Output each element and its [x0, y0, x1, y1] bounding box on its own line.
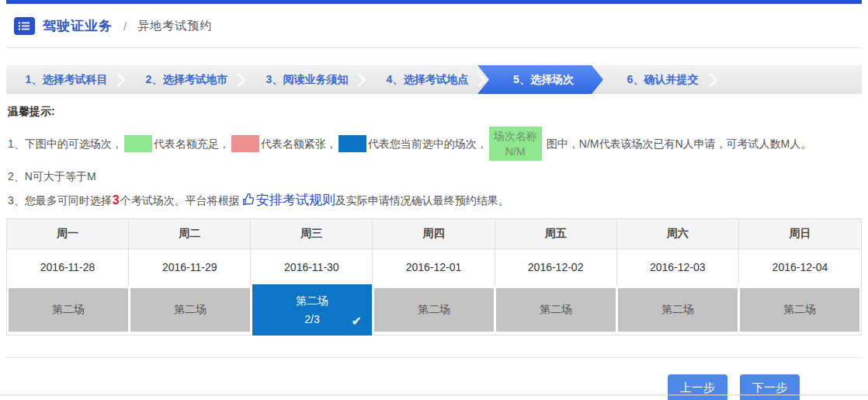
chevron-separator-icon [111, 72, 125, 86]
tab-step-2[interactable]: 2、选择考试地市 [127, 65, 247, 94]
date-cell: 2016-11-29 [129, 249, 251, 285]
session-legend-box: 场次名称 N/M [489, 127, 542, 161]
breadcrumb-section[interactable]: 驾驶证业务 [43, 17, 113, 35]
tab-step-3-label: 3、阅读业务须知 [266, 73, 349, 87]
thumb-up-icon [241, 193, 255, 207]
tip3-mid: 个考试场次。平台将根据 [120, 192, 240, 209]
chevron-separator-icon [352, 72, 366, 86]
tab-step-3[interactable]: 3、阅读业务须知 [247, 65, 367, 94]
footer-divider [6, 357, 862, 358]
tip1-blue-label: 代表您当前选中的场次， [368, 135, 488, 152]
red-swatch [231, 135, 259, 152]
prev-step-button[interactable]: 上一步 [668, 374, 727, 400]
weekday-header-row: 周一 周二 周三 周四 周五 周六 周日 [7, 219, 861, 249]
date-cell: 2016-12-02 [495, 249, 617, 285]
breadcrumb-separator: / [123, 19, 127, 33]
legend-box-quota: N/M [505, 144, 526, 159]
date-cell: 2016-12-04 [739, 249, 861, 285]
tip-line-3: 3、您最多可同时选择 3 个考试场次。平台将根据 安排考试规则 及实际申请情况确… [8, 192, 862, 209]
tip1-pre: 1、下图中的可选场次， [8, 135, 123, 152]
tabs-filler [719, 65, 862, 94]
tips-section: 温馨提示: 1、下图中的可选场次， 代表名额充足， 代表名额紧张， 代表您当前选… [8, 105, 862, 209]
weekday-header: 周四 [373, 219, 495, 249]
page-title: 异地考试预约 [137, 19, 212, 33]
footer-actions: 上一步 下一步 [0, 374, 868, 400]
tab-step-1-label: 1、选择考试科目 [26, 73, 108, 87]
legend-box-title: 场次名称 [494, 128, 537, 144]
session-name: 第二场 [296, 294, 328, 308]
tab-step-5-label: 5、选择场次 [513, 73, 574, 87]
tips-title: 温馨提示: [8, 105, 862, 119]
date-cell: 2016-11-30 [251, 249, 373, 285]
date-cell: 2016-11-28 [7, 249, 129, 285]
tip-line-1: 1、下图中的可选场次， 代表名额充足， 代表名额紧张， 代表您当前选中的场次， … [8, 127, 862, 161]
date-row: 2016-11-28 2016-11-29 2016-11-30 2016-12… [7, 249, 861, 285]
chevron-separator-icon [231, 72, 245, 86]
schedule-table: 周一 周二 周三 周四 周五 周六 周日 2016-11-28 2016-11-… [6, 218, 862, 336]
session-cell-thu[interactable]: 第二场 [374, 288, 494, 332]
tab-step-4-label: 4、选择考试地点 [387, 73, 469, 87]
weekday-header: 周一 [7, 219, 129, 249]
tip1-post: 图中，N/M代表该场次已有N人申请，可考试人数M人。 [547, 135, 811, 152]
tip1-red-label: 代表名额紧张， [261, 135, 337, 152]
max-select-count: 3 [112, 192, 120, 209]
date-cell: 2016-12-01 [373, 249, 495, 285]
weekday-header: 周二 [129, 219, 251, 249]
checkmark-icon: ✔ [352, 314, 362, 329]
session-cell-mon[interactable]: 第二场 [9, 288, 128, 332]
weekday-header: 周五 [495, 219, 617, 249]
session-cell-fri[interactable]: 第二场 [496, 288, 616, 332]
session-row: 第二场 第二场 第二场 2/3 ✔ 第二场 第二场 第二场 第二场 [7, 285, 861, 335]
chevron-separator-icon [703, 72, 717, 86]
weekday-header: 周六 [617, 219, 739, 249]
tip-line-2: 2、N可大于等于M [8, 168, 862, 185]
session-quota: 2/3 [304, 313, 319, 325]
breadcrumb: 驾驶证业务 / 异地考试预约 [6, 4, 862, 48]
weekday-header: 周三 [251, 219, 373, 249]
tab-step-5-active[interactable]: 5、选择场次 [477, 65, 603, 94]
weekday-header: 周日 [739, 219, 861, 249]
list-icon [14, 17, 35, 35]
tab-step-6-label: 6、确认并提交 [627, 73, 699, 87]
exam-rules-link-label: 安排考试规则 [256, 192, 335, 209]
green-swatch [124, 135, 152, 152]
tab-step-2-label: 2、选择考试地市 [146, 73, 228, 87]
session-cell-sun[interactable]: 第二场 [740, 288, 859, 332]
tab-step-4[interactable]: 4、选择考试地点 [367, 65, 488, 94]
session-cell-sat[interactable]: 第二场 [618, 288, 738, 332]
tab-step-6[interactable]: 6、确认并提交 [599, 65, 719, 94]
page-bottom-border [0, 395, 868, 395]
date-cell: 2016-12-03 [617, 249, 739, 285]
chevron-separator-icon [472, 72, 486, 86]
tip3-post: 及实际申请情况确认最终预约结果。 [335, 192, 509, 209]
step-tabs: 1、选择考试科目 2、选择考试地市 3、阅读业务须知 4、选择考试地点 5、选择… [6, 65, 862, 94]
blue-swatch [339, 135, 366, 152]
exam-rules-link[interactable]: 安排考试规则 [240, 192, 335, 209]
tip1-green-label: 代表名额充足， [154, 135, 230, 152]
session-cell-tue[interactable]: 第二场 [130, 288, 250, 332]
tip3-pre: 3、您最多可同时选择 [8, 192, 112, 209]
next-step-button[interactable]: 下一步 [740, 374, 800, 400]
tab-step-1[interactable]: 1、选择考试科目 [6, 65, 127, 94]
session-cell-wed-selected[interactable]: 第二场 2/3 ✔ [252, 284, 372, 336]
exam-booking-page: 驾驶证业务 / 异地考试预约 1、选择考试科目 2、选择考试地市 3、阅读业务须… [0, 0, 868, 400]
